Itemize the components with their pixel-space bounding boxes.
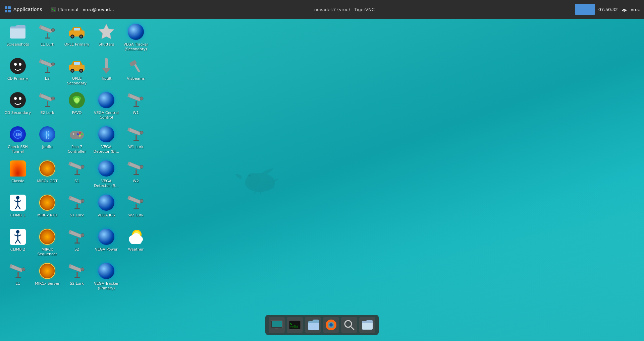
icon-label-vega-central: VEGA Central Control [93, 111, 119, 120]
svg-rect-38 [74, 62, 80, 65]
svg-rect-92 [136, 204, 137, 209]
icon-pavo[interactable]: PAVO [62, 89, 91, 123]
vega-orb-tracker-primary [97, 262, 115, 280]
svg-rect-104 [74, 243, 80, 244]
icon-climb1[interactable]: CLIMB 1 [3, 192, 32, 225]
icon-vega-detector-r[interactable]: VEGA Detector (R... [92, 157, 121, 191]
terminal-taskbar-item[interactable]: [Terminal - vroc@novad... [46, 6, 118, 12]
face-icon-cd-primary [9, 57, 27, 75]
icon-climb2[interactable]: CLIMB 2 [3, 226, 32, 259]
icon-label-e1lurk: E1 Lurk [40, 42, 54, 47]
icon-e1lurk[interactable]: E1 Lurk [33, 21, 62, 54]
icon-pico7[interactable]: Pico 7 Controller [62, 123, 91, 157]
svg-rect-77 [133, 174, 139, 175]
svg-text:vroc@: vroc@ [290, 325, 298, 328]
svg-point-36 [71, 70, 73, 72]
topbar-right: 07:50:32 vroc [571, 4, 644, 15]
icon-mircx-rtd[interactable]: MIRCx RTD [33, 192, 62, 225]
icon-label-shutters: Shutters [99, 42, 114, 47]
svg-rect-66 [136, 135, 137, 141]
icon-label-s1lurk: S1 Lurk [70, 213, 84, 218]
svg-point-9 [248, 174, 254, 180]
svg-point-91 [81, 199, 84, 203]
svg-point-64 [79, 135, 81, 137]
active-window-btn[interactable] [575, 4, 595, 15]
icon-weather[interactable]: Weather [121, 226, 150, 259]
icon-w2lurk[interactable]: W2 Lurk [121, 192, 150, 225]
icon-s2lurk[interactable]: S2 Lurk [62, 260, 91, 293]
icon-e1[interactable]: E1 [3, 260, 32, 293]
svg-rect-103 [76, 238, 78, 243]
icon-mircx-seq[interactable]: MIRCx Sequencer [33, 226, 62, 259]
icon-label-mircx-seq: MIRCx Sequencer [34, 247, 60, 257]
terminal-taskbar-icon: $ _ vroc@ [289, 320, 301, 330]
icon-label-vega-power: VEGA Power [95, 247, 117, 252]
taskbar-screen-thumb[interactable] [269, 317, 285, 333]
icon-w1[interactable]: W1 [121, 89, 150, 123]
icon-e2[interactable]: E2 [33, 55, 62, 88]
icon-shutters[interactable]: Shutters [92, 21, 121, 54]
icon-mircx-gdt[interactable]: MIRCx GDT [33, 157, 62, 191]
icon-e2lurk[interactable]: E2 Lurk [33, 89, 62, 123]
icon-vega-ics[interactable]: VEGA ICS [92, 192, 121, 225]
icon-jouflu[interactable]: Jouflu [33, 123, 62, 157]
svg-rect-120 [74, 277, 80, 278]
icon-s1lurk[interactable]: S1 Lurk [62, 192, 91, 225]
svg-point-63 [81, 133, 83, 135]
icon-w1lurk[interactable]: W1 Lurk [121, 123, 150, 157]
icon-tiptilt[interactable]: Tiptilt [92, 55, 121, 88]
icon-label-vega-detector-bi: VEGA Detector (Bi... [93, 145, 119, 154]
taskbar: $ _ vroc@ [265, 315, 379, 335]
weather-icon [127, 228, 145, 246]
svg-rect-67 [133, 140, 139, 141]
climb-icon-1 [9, 194, 27, 212]
telescope-icon-s2 [68, 228, 86, 246]
icon-vega-detector-bi[interactable]: VEGA Detector (Bi... [92, 123, 121, 157]
icon-label-weather: Weather [128, 247, 144, 252]
icon-mircx-server[interactable]: MIRCx Server [33, 260, 62, 293]
icon-w2[interactable]: W2 [121, 157, 150, 191]
svg-rect-28 [45, 72, 50, 73]
applications-label: Applications [13, 7, 42, 12]
svg-marker-68 [129, 128, 142, 135]
icon-classic[interactable]: Classic [3, 157, 32, 191]
icon-label-tiptilt: Tiptilt [101, 76, 111, 81]
taskbar-firefox[interactable] [323, 317, 339, 333]
taskbar-files[interactable] [305, 317, 321, 333]
icon-label-w2: W2 [133, 179, 139, 184]
taskbar-terminal[interactable]: $ _ vroc@ [287, 317, 303, 333]
taskbar-folder[interactable] [359, 317, 375, 333]
svg-point-107 [81, 233, 84, 237]
applications-menu[interactable]: Applications [0, 6, 46, 13]
icon-cd-secondary[interactable]: CD Secondary [3, 89, 32, 123]
svg-rect-61 [73, 133, 74, 135]
icon-visbeams[interactable]: Visbeams [121, 55, 150, 88]
taskbar-search[interactable] [341, 317, 357, 333]
icon-label-mircx-rtd: MIRCx RTD [37, 213, 57, 218]
icon-cd-primary[interactable]: CD Primary [3, 55, 32, 88]
mircx-icon-rtd [38, 194, 56, 212]
svg-rect-115 [15, 277, 21, 278]
svg-point-31 [51, 63, 55, 66]
shutters-icon [97, 23, 115, 41]
vega-orb-ics [97, 194, 115, 212]
svg-point-80 [140, 165, 143, 168]
svg-marker-94 [129, 196, 142, 204]
icon-label-pavo: PAVO [72, 111, 82, 115]
icon-vega-central[interactable]: VEGA Central Control [92, 89, 121, 123]
icon-s2[interactable]: S2 [62, 226, 91, 259]
icon-label-s2lurk: S2 Lurk [70, 281, 84, 286]
icon-check-ssh[interactable]: SSH Check SSH Tunnel [3, 123, 32, 157]
icon-vega-tracker-secondary[interactable]: VEGA Tracker (Secondary) [121, 21, 150, 54]
icon-screenshots[interactable]: Screenshots [3, 21, 32, 54]
icon-label-e2: E2 [45, 76, 50, 81]
icon-ople-primary[interactable]: OPLE Primary [62, 21, 91, 54]
icon-label-screenshots: Screenshots [6, 42, 29, 47]
telescope-icon-s1lurk [68, 194, 86, 212]
svg-rect-22 [74, 28, 80, 30]
icon-vega-power[interactable]: VEGA Power [92, 226, 121, 259]
icon-ople-secondary[interactable]: OPLE Secondary [62, 55, 91, 88]
icon-s1[interactable]: S1 [62, 157, 91, 191]
icon-vega-tracker-primary[interactable]: VEGA Tracker (Primary) [92, 260, 121, 293]
telescope-icon-w1 [127, 91, 145, 109]
